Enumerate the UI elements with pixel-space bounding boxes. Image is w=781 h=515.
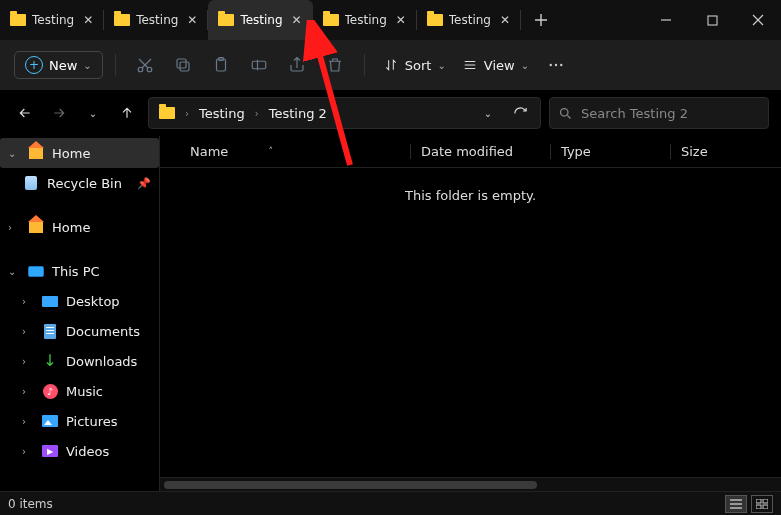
grid-icon: [756, 499, 768, 509]
svg-point-10: [560, 64, 562, 66]
copy-button[interactable]: [166, 48, 200, 82]
column-size[interactable]: Size: [670, 144, 781, 159]
forward-button[interactable]: [46, 100, 72, 126]
content-pane: Name ˄ Date modified Type Size This fold…: [160, 136, 781, 491]
more-icon: [547, 56, 565, 74]
sort-button[interactable]: Sort ⌄: [377, 58, 452, 73]
tab-3[interactable]: Testing ✕: [313, 0, 417, 40]
sidebar-item-label: Documents: [66, 324, 140, 339]
sidebar-item-home-2[interactable]: › Home: [0, 212, 159, 242]
sidebar-item-this-pc[interactable]: ⌄ This PC: [0, 256, 159, 286]
address-bar[interactable]: › Testing › Testing 2 ⌄: [148, 97, 541, 129]
sidebar-item-recycle-bin[interactable]: Recycle Bin 📌: [0, 168, 159, 198]
minimize-icon: [660, 14, 672, 26]
body: ⌄ Home Recycle Bin 📌 › Home ⌄ This PC › …: [0, 136, 781, 491]
sidebar-item-pictures[interactable]: › Pictures: [0, 406, 159, 436]
sort-ascending-icon: ˄: [268, 146, 273, 157]
music-icon: ♪: [41, 384, 59, 399]
sort-label: Sort: [405, 58, 432, 73]
close-icon[interactable]: ✕: [80, 13, 96, 27]
search-box[interactable]: Search Testing 2: [549, 97, 769, 129]
view-button[interactable]: View ⌄: [456, 58, 535, 73]
chevron-right-icon: ›: [22, 446, 34, 457]
sidebar-item-videos[interactable]: › ▶ Videos: [0, 436, 159, 466]
breadcrumb-segment[interactable]: Testing: [195, 104, 249, 123]
svg-point-11: [561, 108, 569, 116]
sidebar-item-label: Videos: [66, 444, 109, 459]
sidebar-item-label: Desktop: [66, 294, 120, 309]
address-row: ⌄ › Testing › Testing 2 ⌄ Search Testing…: [0, 90, 781, 136]
sidebar-item-downloads[interactable]: › ↓ Downloads: [0, 346, 159, 376]
share-button[interactable]: [280, 48, 314, 82]
tab-4[interactable]: Testing ✕: [417, 0, 521, 40]
sidebar-item-label: Music: [66, 384, 103, 399]
folder-icon: [427, 14, 443, 26]
cut-button[interactable]: [128, 48, 162, 82]
view-toggle-group: [725, 495, 773, 513]
command-bar: + New ⌄ Sort ⌄ View ⌄: [0, 40, 781, 90]
column-label: Date modified: [421, 144, 513, 159]
new-button[interactable]: + New ⌄: [14, 51, 103, 79]
more-button[interactable]: [539, 48, 573, 82]
column-label: Name: [190, 144, 228, 159]
svg-rect-12: [756, 499, 761, 503]
address-history-button[interactable]: ⌄: [474, 108, 502, 119]
rename-icon: [250, 56, 268, 74]
tab-1[interactable]: Testing ✕: [104, 0, 208, 40]
svg-rect-7: [252, 61, 266, 69]
close-window-button[interactable]: [735, 0, 781, 40]
paste-button[interactable]: [204, 48, 238, 82]
minimize-button[interactable]: [643, 0, 689, 40]
search-icon: [558, 106, 573, 121]
svg-point-9: [555, 64, 557, 66]
tab-0[interactable]: Testing ✕: [0, 0, 104, 40]
details-view-toggle[interactable]: [725, 495, 747, 513]
sidebar-item-desktop[interactable]: › Desktop: [0, 286, 159, 316]
arrow-up-icon: [119, 105, 135, 121]
folder-icon: [218, 14, 234, 26]
sidebar-item-home[interactable]: ⌄ Home: [0, 138, 159, 168]
search-placeholder: Search Testing 2: [581, 106, 688, 121]
new-plus-icon: +: [25, 56, 43, 74]
up-button[interactable]: [114, 100, 140, 126]
maximize-button[interactable]: [689, 0, 735, 40]
rename-button[interactable]: [242, 48, 276, 82]
back-button[interactable]: [12, 100, 38, 126]
sidebar-item-documents[interactable]: › Documents: [0, 316, 159, 346]
refresh-button[interactable]: [506, 106, 534, 121]
chevron-right-icon: ›: [22, 326, 34, 337]
chevron-right-icon: ›: [183, 108, 191, 119]
chevron-right-icon: ›: [253, 108, 261, 119]
column-name[interactable]: Name ˄: [180, 144, 410, 159]
recent-locations-button[interactable]: ⌄: [80, 100, 106, 126]
paste-icon: [212, 56, 230, 74]
chevron-down-icon: ⌄: [8, 148, 20, 159]
videos-icon: ▶: [41, 445, 59, 457]
sidebar-item-music[interactable]: › ♪ Music: [0, 376, 159, 406]
new-tab-button[interactable]: [521, 0, 561, 40]
sidebar-item-label: This PC: [52, 264, 100, 279]
copy-icon: [174, 56, 192, 74]
desktop-icon: [41, 296, 59, 307]
separator: [115, 54, 116, 76]
close-icon[interactable]: ✕: [497, 13, 513, 27]
svg-rect-13: [763, 499, 768, 503]
refresh-icon: [513, 106, 528, 121]
horizontal-scrollbar[interactable]: [160, 477, 781, 491]
close-icon[interactable]: ✕: [184, 13, 200, 27]
empty-folder-message: This folder is empty.: [160, 168, 781, 477]
breadcrumb-segment[interactable]: Testing 2: [265, 104, 331, 123]
svg-rect-0: [708, 16, 717, 25]
thumbnails-view-toggle[interactable]: [751, 495, 773, 513]
column-date-modified[interactable]: Date modified: [410, 144, 550, 159]
column-type[interactable]: Type: [550, 144, 670, 159]
sidebar-item-label: Downloads: [66, 354, 137, 369]
navigation-pane[interactable]: ⌄ Home Recycle Bin 📌 › Home ⌄ This PC › …: [0, 136, 160, 491]
downloads-icon: ↓: [41, 353, 59, 369]
close-icon[interactable]: ✕: [393, 13, 409, 27]
delete-button[interactable]: [318, 48, 352, 82]
sidebar-item-label: Home: [52, 220, 90, 235]
tab-2-active[interactable]: Testing ✕: [208, 0, 312, 40]
svg-rect-3: [180, 62, 189, 71]
close-icon[interactable]: ✕: [289, 13, 305, 27]
